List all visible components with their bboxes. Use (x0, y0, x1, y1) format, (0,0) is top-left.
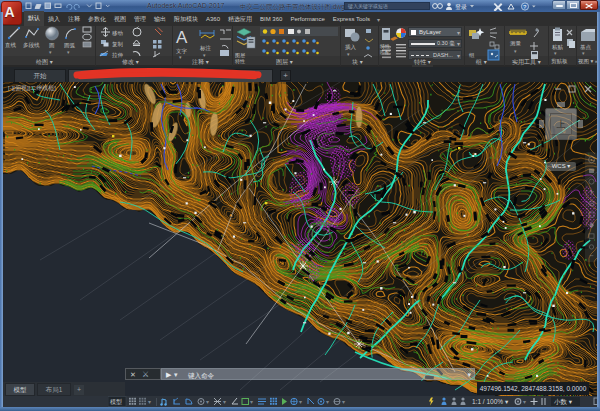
svg-text:特性: 特性 (235, 58, 245, 65)
svg-text:复制: 复制 (112, 41, 124, 48)
svg-text:▾: ▾ (299, 399, 302, 405)
svg-text:▾: ▾ (250, 399, 253, 405)
svg-text:▾: ▾ (326, 399, 329, 405)
svg-text:模型: 模型 (110, 398, 122, 406)
svg-text:移动: 移动 (112, 30, 124, 37)
svg-text:小数 ▾: 小数 ▾ (554, 398, 573, 405)
svg-text:▾: ▾ (49, 49, 52, 55)
svg-text:插入: 插入 (345, 44, 357, 51)
svg-text:▾: ▾ (67, 49, 70, 55)
svg-text:▾: ▾ (514, 48, 517, 54)
svg-text:文字: 文字 (176, 48, 188, 54)
svg-text:圆弧: 圆弧 (64, 42, 76, 49)
svg-text:组: 组 (469, 52, 475, 58)
svg-text:▾: ▾ (582, 50, 585, 56)
svg-text:▾: ▾ (523, 399, 526, 405)
svg-text:登录: 登录 (455, 3, 467, 11)
svg-text:测量: 测量 (510, 40, 522, 47)
svg-text:▾: ▾ (347, 51, 350, 57)
svg-text:▾: ▾ (342, 399, 345, 405)
svg-text:▾: ▾ (223, 399, 226, 405)
svg-text:▾: ▾ (554, 50, 557, 56)
svg-text:A: A (176, 28, 188, 47)
svg-text:▾: ▾ (206, 399, 209, 405)
svg-text:标注: 标注 (199, 45, 212, 52)
svg-text:直线: 直线 (5, 42, 17, 48)
svg-text:1:1 / 100% ▾: 1:1 / 100% ▾ (472, 398, 509, 405)
svg-text:▾: ▾ (179, 54, 182, 60)
svg-text:圆: 圆 (49, 42, 55, 49)
svg-text:多段线: 多段线 (23, 42, 40, 48)
svg-text:▾: ▾ (148, 399, 151, 405)
